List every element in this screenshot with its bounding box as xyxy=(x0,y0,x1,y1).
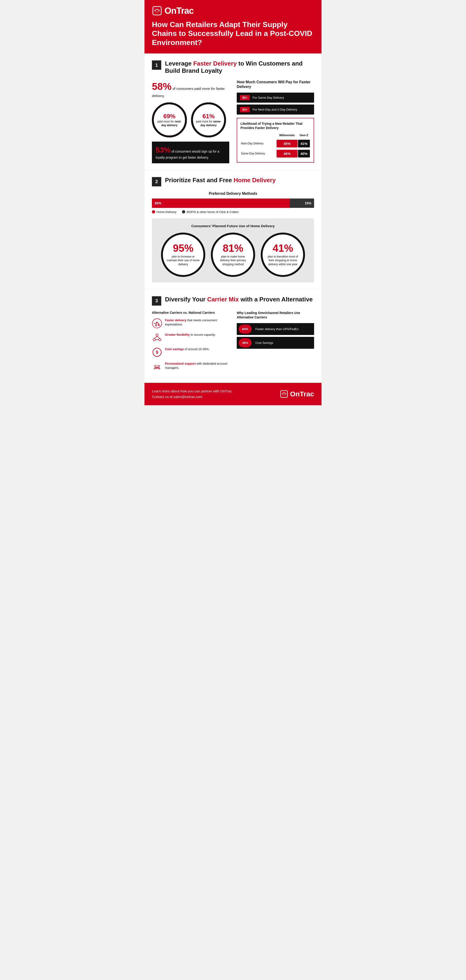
svg-point-3 xyxy=(158,325,160,326)
section1-content: 58% of consumers paid more for faster de… xyxy=(152,80,314,163)
section2-number: 2 xyxy=(152,177,161,186)
svg-line-8 xyxy=(157,336,160,339)
section1-left: 58% of consumers paid more for faster de… xyxy=(152,80,229,163)
future-81-label: plan to make home delivery their primary… xyxy=(216,255,250,266)
pay-badge-3: $3+ xyxy=(240,107,250,112)
alt-hl-support: Personalized support xyxy=(165,362,196,365)
section3-title: Diversify Your Carrier Mix with a Proven… xyxy=(165,296,313,303)
circle-69-label: paid more for next-day delivery xyxy=(156,120,183,127)
section1-right: How Much Consumers Will Pay for Faster D… xyxy=(237,80,314,163)
flex-icon xyxy=(152,332,162,343)
ontrac-logo-icon xyxy=(152,6,162,16)
likelihood-millennials-sameday: 46% xyxy=(277,149,298,158)
future-circle-81: 81% plan to make home delivery their pri… xyxy=(211,232,255,277)
future-95-label: plan to increase or maintain their use o… xyxy=(166,255,200,266)
legend-bopis: BOPIS & other forms of Click & Collect xyxy=(182,210,239,214)
pay-desc-5: For Same-Day Delivery xyxy=(252,96,284,99)
future-95-pct: 95% xyxy=(173,243,193,253)
alt-hl-cost: Cost savings xyxy=(165,347,184,351)
header-title: How Can Retailers Adapt Their Supply Cha… xyxy=(152,20,314,47)
legend-dot-red xyxy=(152,210,155,213)
section3-title-plain1: Diversify Your xyxy=(165,296,207,303)
likelihood-row-nextday: Next-Day Delivery 45% 41% xyxy=(241,139,310,148)
likelihood-col-millennials: Millennials xyxy=(277,134,298,138)
cost-icon: $ xyxy=(152,347,162,357)
likelihood-header-row: Millennials Gen-Z xyxy=(241,134,310,138)
alt-hl-flex: Greater flexibility xyxy=(165,333,190,336)
legend-row: Home Delivery BOPIS & other forms of Cli… xyxy=(152,210,314,214)
future-use-title: Consumers' Planned Future Use of Home De… xyxy=(157,224,309,228)
footer-logo: OnTrac xyxy=(280,390,314,398)
alt-text-support: Personalized support with dedicated acco… xyxy=(165,361,229,370)
section3-title-row: 3 Diversify Your Carrier Mix with a Prov… xyxy=(152,296,314,305)
legend-label-home: Home Delivery xyxy=(157,210,176,214)
future-circles-row: 95% plan to increase or maintain their u… xyxy=(157,232,309,277)
pay-title: How Much Consumers Will Pay for Faster D… xyxy=(237,80,314,89)
why-badge-36: 36% xyxy=(239,338,252,347)
svg-text:$: $ xyxy=(156,350,158,355)
section1-number: 1 xyxy=(152,60,161,70)
section3-right: Why Leading Omnichannel Retailers Use Al… xyxy=(237,311,314,376)
future-circle-95: 95% plan to increase or maintain their u… xyxy=(161,232,205,277)
svg-line-7 xyxy=(154,336,157,339)
likelihood-col-empty xyxy=(241,134,276,138)
section2-title: Prioritize Fast and Free Home Delivery xyxy=(165,177,276,184)
footer-text: Learn more about how you can partner wit… xyxy=(152,388,233,399)
likelihood-col-genz: Gen-Z xyxy=(298,134,310,138)
circle-61-pct: 61% xyxy=(203,113,215,120)
section-3: 3 Diversify Your Carrier Mix with a Prov… xyxy=(144,289,322,383)
alt-rest-cost: of around 10-35%. xyxy=(184,347,210,351)
section2-title-row: 2 Prioritize Fast and Free Home Delivery xyxy=(152,177,314,186)
svg-point-6 xyxy=(159,339,161,341)
pay-desc-3: For Next-Day and 2-Day Delivery xyxy=(252,108,297,111)
pay-badge-5: $5+ xyxy=(240,95,250,100)
alt-item-support: Personalized support with dedicated acco… xyxy=(152,361,229,372)
alt-item-cost: $ Cost savings of around 10-35%. xyxy=(152,347,229,357)
section3-title-plain2: with a Proven Alternative xyxy=(239,296,313,303)
footer-line1: Learn more about how you can partner wit… xyxy=(152,388,233,394)
footer-logo-icon xyxy=(280,390,288,398)
alt-text-faster: Faster delivery that meets consumers' ex… xyxy=(165,318,229,326)
circle-61: 61% paid more for same-day delivery xyxy=(191,102,226,137)
section3-number: 3 xyxy=(152,296,161,305)
likelihood-label-sameday: Same-Day Delivery xyxy=(241,149,276,158)
future-use-box: Consumers' Planned Future Use of Home De… xyxy=(152,218,314,283)
bar-home-delivery: 85% xyxy=(152,199,290,208)
legend-home-delivery: Home Delivery xyxy=(152,210,176,214)
header: OnTrac How Can Retailers Adapt Their Sup… xyxy=(144,0,322,53)
legend-label-bopis: BOPIS & other forms of Click & Collect xyxy=(187,210,239,214)
why-bar-36: 36% Cost Savings xyxy=(237,337,314,349)
likelihood-label-nextday: Next-Day Delivery xyxy=(241,139,276,148)
stat-58-pct: 58% xyxy=(152,81,171,92)
section3-content: Alternative Carriers vs. National Carrie… xyxy=(152,311,314,376)
section2-title-plain: Prioritize Fast and Free xyxy=(165,177,234,184)
likelihood-row-sameday: Same-Day Delivery 46% 40% xyxy=(241,149,310,158)
likelihood-genz-sameday: 40% xyxy=(298,149,310,158)
svg-point-4 xyxy=(156,334,158,336)
why-title: Why Leading Omnichannel Retailers Use Al… xyxy=(237,311,314,320)
pay-bar-3: $3+ For Next-Day and 2-Day Delivery xyxy=(237,105,314,115)
future-circle-41: 41% plan to transition most of their sho… xyxy=(261,232,305,277)
svg-point-13 xyxy=(158,365,160,367)
alt-item-faster: Faster delivery that meets consumers' ex… xyxy=(152,318,229,328)
why-badge-60: 60% xyxy=(239,325,252,334)
likelihood-box: Likelihood of Trying a New Retailer That… xyxy=(237,118,314,162)
pay-bar-5: $5+ For Same-Day Delivery xyxy=(237,92,314,103)
logo-area: OnTrac xyxy=(152,6,314,16)
alt-hl-faster: Faster delivery xyxy=(165,318,186,322)
likelihood-table: Millennials Gen-Z Next-Day Delivery 45% … xyxy=(241,133,311,159)
section3-left: Alternative Carriers vs. National Carrie… xyxy=(152,311,229,376)
why-desc-36: Cost Savings xyxy=(254,338,275,347)
bar-bopis: 15% xyxy=(290,199,314,208)
section1-title: Leverage Faster Delivery to Win Customer… xyxy=(165,60,314,75)
likelihood-genz-nextday: 41% xyxy=(298,139,310,148)
big-stat-58: 58% of consumers paid more for faster de… xyxy=(152,80,229,99)
delivery-icon xyxy=(152,318,162,328)
alt-item-flex: Greater flexibility to secure capacity. xyxy=(152,332,229,343)
future-41-pct: 41% xyxy=(273,243,293,253)
loyalty-stat: 53% of consumers would sign up for a loy… xyxy=(152,142,229,163)
alt-title: Alternative Carriers vs. National Carrie… xyxy=(152,311,229,315)
section-2: 2 Prioritize Fast and Free Home Delivery… xyxy=(144,170,322,289)
svg-point-2 xyxy=(155,325,157,326)
circles-row: 69% paid more for next-day delivery 61% … xyxy=(152,102,229,137)
